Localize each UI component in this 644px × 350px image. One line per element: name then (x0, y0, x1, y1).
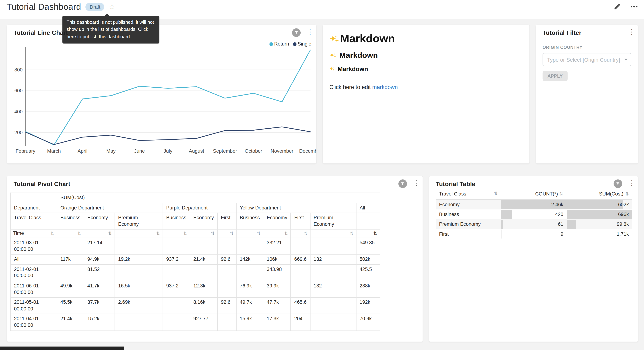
table-column-header[interactable]: Travel Class⇅ (436, 188, 501, 199)
table-column-header[interactable]: COUNT(*)⇅ (501, 188, 567, 199)
table-row: Economy2.46k602k (436, 199, 632, 209)
pivot-value-cell: 16.5k (115, 281, 163, 298)
pivot-sort-header[interactable]: ⇅ (190, 230, 217, 238)
sort-icon[interactable]: ⇅ (374, 230, 377, 236)
pivot-value-cell: 132 (310, 281, 356, 298)
sort-icon[interactable]: ⇅ (156, 230, 160, 236)
sort-icon[interactable]: ⇅ (257, 230, 260, 236)
pivot-value-cell: 39.9k (263, 281, 291, 298)
dashboard-page: Tutorial Dashboard Draft ☆ This dashboar… (0, 0, 644, 350)
cell-value: 2.46k (504, 202, 563, 208)
table-row: Premium Economy6199.8k (436, 219, 632, 229)
pivot-value-cell (291, 238, 310, 254)
pivot-value-cell (163, 314, 190, 330)
pivot-col-group: All (356, 203, 380, 213)
applied-filter-icon[interactable] (398, 179, 407, 188)
pivot-sort-header[interactable]: Time⇅ (10, 230, 57, 238)
sort-icon[interactable]: ⇅ (78, 230, 81, 236)
sort-icon[interactable]: ⇅ (211, 230, 215, 236)
pivot-col-group: Orange Department (57, 203, 163, 213)
sort-icon[interactable]: ⇅ (304, 230, 308, 236)
x-axis-label: November (271, 148, 293, 154)
cell-value: 99.8k (570, 221, 629, 227)
pivot-sort-header[interactable]: ⇅ (263, 230, 291, 238)
pivot-value-cell (57, 264, 84, 281)
pivot-row-header: 2011-02-01 00:00:00 (10, 264, 57, 281)
legend-item[interactable]: Return (269, 41, 289, 47)
pivot-corner-cell (10, 193, 57, 203)
x-axis-label: March (47, 148, 61, 154)
pivot-metric-header: SUM(Cost) (57, 193, 380, 203)
cell-value: 61 (504, 221, 563, 227)
kebab-menu-icon[interactable]: ⋮ (413, 180, 419, 186)
applied-filter-icon[interactable] (614, 179, 622, 188)
pivot-sort-header[interactable]: ⇅ (356, 230, 380, 238)
pivot-value-cell: 425.5 (356, 264, 380, 281)
pivot-sort-header[interactable]: ⇅ (84, 230, 115, 238)
pivot-row: 2011-05-01 00:00:0045.5k37.7k2.69k8.16k9… (10, 298, 380, 314)
filter-field-label: ORIGIN COUNTRY (542, 45, 631, 50)
apply-button[interactable]: APPLY (542, 71, 568, 81)
pivot-row: All117k94.9k19.2k937.221.4k92.6142k106k6… (10, 254, 380, 264)
x-axis-label: October (245, 148, 262, 154)
applied-filter-icon[interactable] (292, 28, 301, 37)
chart-legend: ReturnSingle (269, 41, 311, 47)
sort-icon[interactable]: ⇅ (108, 230, 112, 236)
filter-body: ORIGIN COUNTRY Type or Select [Origin Co… (542, 39, 631, 81)
sort-icon[interactable]: ⇅ (350, 230, 354, 236)
kebab-menu-icon[interactable]: ⋮ (628, 180, 634, 186)
pivot-value-cell: 37.7k (84, 298, 115, 314)
draft-badge[interactable]: Draft (86, 3, 104, 11)
pivot-row: 2011-06-01 00:00:0049.9k41.7k16.5k937.21… (10, 281, 380, 298)
markdown-h3: Markdown (330, 65, 523, 72)
y-axis-tick: 600 (14, 88, 22, 94)
table-column-header[interactable]: SUM(Cost)⇅ (567, 188, 632, 199)
pivot-value-cell: 343.98 (263, 264, 291, 281)
pivot-value-cell: 19.2k (115, 254, 163, 264)
kebab-menu-icon[interactable]: ⋮ (628, 29, 634, 35)
sort-icon[interactable]: ⇅ (230, 230, 234, 236)
pivot-value-cell (217, 264, 236, 281)
markdown-h1: Markdown (330, 32, 523, 45)
filter-card: Tutorial Filter ⋮ ORIGIN COUNTRY Type or… (536, 25, 638, 164)
sort-icon[interactable]: ⇅ (184, 230, 187, 236)
pivot-sort-header[interactable]: ⇅ (57, 230, 84, 238)
pivot-row-header: 2011-06-01 00:00:00 (10, 281, 57, 298)
x-axis-label: June (134, 148, 145, 154)
sort-icon[interactable]: ⇅ (625, 191, 629, 196)
pivot-sort-header[interactable]: ⇅ (236, 230, 263, 238)
y-axis-tick: 200 (14, 130, 22, 135)
pivot-value-cell (291, 281, 310, 298)
markdown-card: Markdown Markdown Markdown Click here to… (322, 25, 530, 164)
markdown-edit-link[interactable]: markdown (372, 84, 398, 90)
pivot-sort-header[interactable]: ⇅ (217, 230, 236, 238)
pivot-sort-header[interactable]: ⇅ (291, 230, 310, 238)
pivot-value-cell: 47.7k (263, 298, 291, 314)
pivot-sort-header[interactable]: ⇅ (163, 230, 190, 238)
pivot-value-cell (163, 298, 190, 314)
sort-icon[interactable]: ⇅ (50, 230, 54, 236)
cell-bar (501, 230, 502, 239)
origin-country-select[interactable]: Type or Select [Origin Country] (542, 53, 631, 66)
pivot-sort-header[interactable]: ⇅ (310, 230, 356, 238)
pivot-value-cell: 142k (236, 254, 263, 264)
favorite-star-icon[interactable]: ☆ (109, 4, 115, 10)
edit-pencil-icon[interactable] (613, 3, 621, 10)
pivot-value-cell: 132 (310, 254, 356, 264)
pivot-value-cell: 217.14 (84, 238, 115, 254)
kebab-menu-icon[interactable]: ⋮ (307, 29, 312, 35)
sort-icon[interactable]: ⇅ (560, 191, 564, 196)
data-table-card: Tutorial Table ⋮ Travel Class⇅COUNT(*)⇅S… (429, 176, 638, 342)
pivot-sort-header[interactable]: ⇅ (115, 230, 163, 238)
pivot-value-cell (236, 238, 263, 254)
sort-icon[interactable]: ⇅ (284, 230, 288, 236)
pivot-value-cell: 21.4k (57, 314, 84, 330)
legend-item[interactable]: Single (292, 41, 311, 47)
table-cell: First (436, 229, 501, 239)
sparkles-icon (330, 67, 335, 71)
more-menu-icon[interactable] (630, 6, 637, 7)
table-cell: Premium Economy (436, 219, 501, 229)
pivot-value-cell (217, 314, 236, 330)
sort-icon[interactable]: ⇅ (494, 191, 498, 196)
table-cell: 99.8k (567, 219, 632, 229)
